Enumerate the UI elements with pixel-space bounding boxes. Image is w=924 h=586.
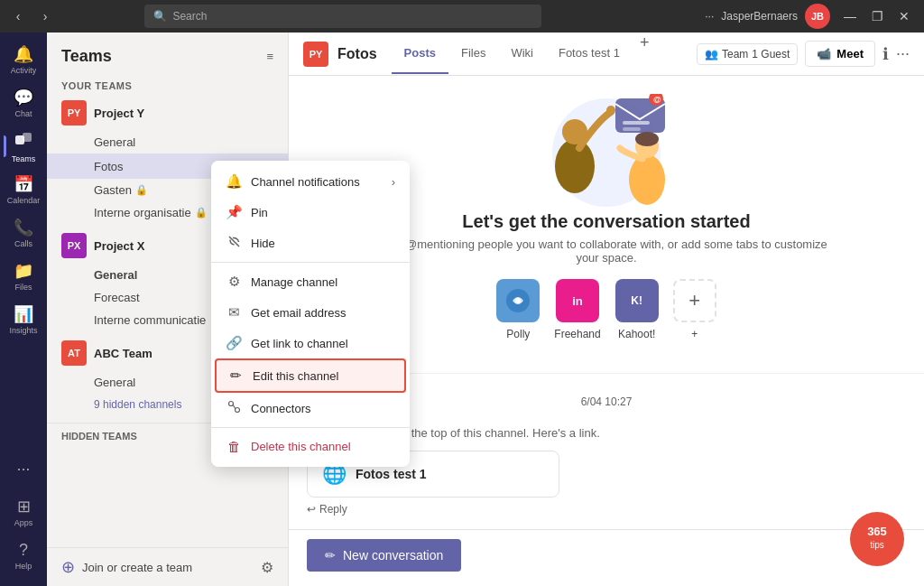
menu-item-edit-channel[interactable]: ✏ Edit this channel (215, 358, 289, 393)
tab-posts[interactable]: Posts (392, 33, 448, 74)
channel-team-avatar: PY (303, 42, 328, 67)
menu-item-get-link[interactable]: 🔗 Get link to channel (211, 328, 289, 358)
edit-icon: ✏ (227, 367, 244, 384)
reply-icon: ↩ (307, 503, 316, 516)
maximize-button[interactable]: ❐ (864, 5, 890, 27)
files-icon: 📁 (14, 261, 33, 281)
menu-item-connectors[interactable]: Connectors (211, 393, 289, 423)
app-kahoot[interactable]: K! Kahoot! (615, 279, 659, 340)
team-avatar-py: PY (61, 100, 87, 126)
tab-fotos-test[interactable]: Fotos test 1 (546, 33, 633, 74)
menu-item-channel-notifications[interactable]: 🔔 Channel notifications › (211, 166, 289, 197)
sidebar-item-activity[interactable]: 🔔 Activity (4, 40, 43, 79)
svg-point-5 (555, 139, 595, 193)
svg-rect-12 (623, 127, 641, 131)
menu-item-manage-channel[interactable]: ⚙ Manage channel (211, 266, 289, 297)
pencil-icon: ✏ (325, 548, 336, 563)
sidebar-item-teams[interactable]: Teams (4, 126, 43, 166)
video-icon: 📹 (817, 47, 831, 60)
icon-sidebar: 🔔 Activity 💬 Chat Teams 📅 Calendar (0, 33, 47, 586)
pin-icon: 📌 (226, 204, 242, 220)
menu-label-edit-channel: Edit this channel (253, 369, 289, 383)
svg-point-18 (850, 512, 904, 566)
hide-icon (226, 235, 242, 251)
tab-files[interactable]: Files (448, 33, 498, 74)
menu-label-delete-channel: Delete this channel (251, 440, 289, 453)
add-tab-card[interactable]: + + (673, 279, 716, 340)
menu-item-delete-channel[interactable]: 🗑 Delete this channel (211, 432, 289, 461)
channel-general-py[interactable]: General (47, 131, 288, 153)
minimize-button[interactable]: — (837, 5, 863, 27)
nav-forward-button[interactable]: › (34, 5, 56, 27)
context-menu: 🔔 Channel notifications › 📌 Pin Hide ⚙ (211, 161, 289, 467)
sidebar-item-apps[interactable]: ⊞ Apps (4, 492, 43, 532)
menu-label-get-email: Get email address (251, 306, 289, 320)
svg-rect-1 (23, 133, 32, 142)
bell-icon: 🔔 (226, 173, 242, 190)
nav-back-button[interactable]: ‹ (7, 5, 29, 27)
menu-divider-1 (211, 262, 289, 263)
add-tab-label: + (691, 328, 698, 340)
reply-button[interactable]: ↩ Reply (307, 503, 906, 516)
welcome-subtitle: Try @mentioning people you want to colla… (381, 237, 832, 265)
meet-label: Meet (836, 47, 864, 60)
sidebar-item-more[interactable]: ··· (4, 449, 43, 488)
sidebar-item-help[interactable]: ? Help (4, 535, 43, 575)
sidebar-item-files[interactable]: 📁 Files (4, 256, 43, 296)
settings-icon[interactable]: ⚙ (261, 559, 273, 576)
svg-rect-11 (623, 121, 650, 125)
team-avatar-at: AT (61, 340, 87, 366)
team-item-project-y[interactable]: PY Project Y ··· (47, 95, 288, 131)
user-avatar[interactable]: JB (805, 4, 830, 29)
new-conversation-label: New conversation (343, 548, 443, 563)
svg-point-13 (629, 154, 665, 205)
sidebar-item-calls[interactable]: 📞 Calls (4, 213, 43, 253)
tab-link-name: Fotos test 1 (356, 467, 427, 481)
teams-sidebar: Teams ≡ Your teams PY Project Y ··· Gene… (47, 33, 289, 586)
main-area: 🔔 Activity 💬 Chat Teams 📅 Calendar (0, 33, 924, 586)
apps-row: Polly in Freehand K! Kahoot! (496, 265, 716, 355)
menu-label-connectors: Connectors (251, 402, 289, 415)
teams-icon (14, 130, 32, 153)
add-tab-button[interactable]: + (633, 33, 657, 74)
app-freehand[interactable]: in Freehand (554, 279, 600, 340)
team-badge[interactable]: 👥 Team 1 Guest (697, 43, 798, 65)
sidebar-item-chat[interactable]: 💬 Chat (4, 83, 43, 123)
sidebar-item-calendar[interactable]: 📅 Calendar (4, 170, 43, 209)
connectors-icon (226, 400, 242, 416)
more-options-icon[interactable]: ··· (896, 44, 910, 63)
more-icon: ··· (16, 460, 30, 479)
filter-icon[interactable]: ≡ (266, 50, 273, 63)
team-name-project-y: Project Y (94, 107, 262, 120)
title-right: ··· JasperBernaers JB (705, 4, 830, 29)
meet-button[interactable]: 📹 Meet (805, 41, 875, 67)
search-bar[interactable]: 🔍 Search (144, 5, 541, 28)
link-icon: 🔗 (226, 335, 242, 351)
tab-wiki[interactable]: Wiki (498, 33, 546, 74)
info-icon[interactable]: ℹ (882, 44, 889, 64)
channel-header-name: Fotos (337, 46, 377, 62)
close-button[interactable]: ✕ (892, 5, 917, 27)
window-controls: — ❐ ✕ (837, 5, 917, 27)
sidebar-item-insights[interactable]: 📊 Insights (4, 300, 43, 340)
search-icon: 🔍 (153, 10, 167, 23)
calendar-icon: 📅 (14, 174, 33, 194)
kahoot-icon: K! (615, 279, 659, 322)
teams-header: Teams ≡ (47, 33, 288, 73)
join-label: Join or create a team (82, 561, 192, 574)
menu-item-get-email[interactable]: ✉ Get email address (211, 297, 289, 328)
welcome-title: Let's get the conversation started (462, 211, 750, 232)
new-conversation-button[interactable]: ✏ New conversation (307, 539, 461, 572)
freehand-label: Freehand (554, 328, 600, 340)
activity-icon: 🔔 (14, 44, 33, 64)
title-bar: ‹ › 🔍 Search ··· JasperBernaers JB — ❐ ✕ (0, 0, 924, 33)
guest-label: 1 Guest (752, 48, 790, 60)
menu-label-channel-notifications: Channel notifications (251, 175, 289, 189)
compose-bar: ✏ New conversation (289, 529, 924, 586)
menu-item-pin[interactable]: 📌 Pin (211, 197, 289, 228)
app-polly[interactable]: Polly (496, 279, 540, 340)
menu-item-hide[interactable]: Hide (211, 228, 289, 258)
join-team-button[interactable]: ⊕ Join or create a team ⚙ (47, 547, 288, 586)
svg-point-2 (228, 402, 233, 406)
dots-menu[interactable]: ··· (705, 10, 714, 23)
